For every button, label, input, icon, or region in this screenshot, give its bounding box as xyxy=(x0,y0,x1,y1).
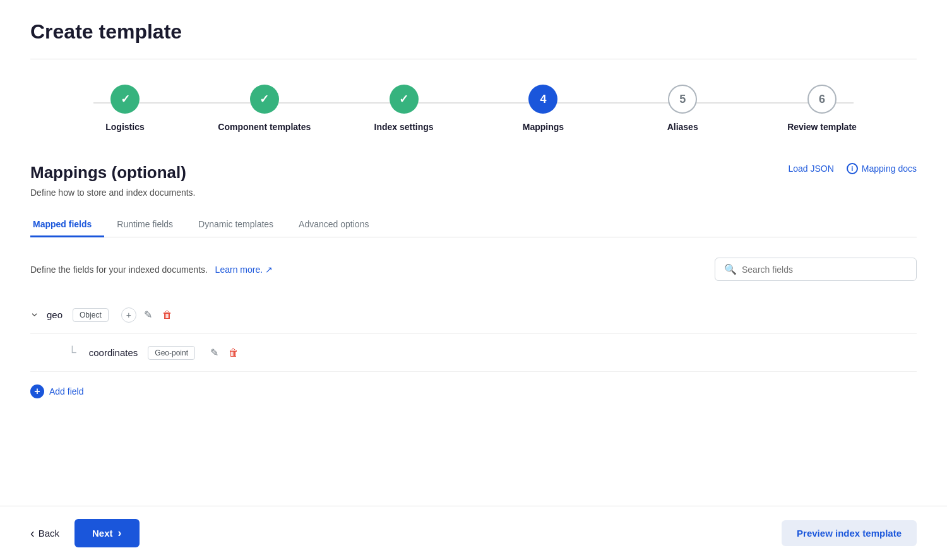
search-box: 🔍 xyxy=(715,258,917,281)
step-mappings: 4 Mappings xyxy=(486,85,600,133)
number-aliases: 5 xyxy=(679,93,686,106)
learn-more-label: Learn more. xyxy=(215,265,263,275)
delete-geo-button[interactable]: 🗑 xyxy=(160,307,175,323)
bottom-right: Preview index template xyxy=(782,520,917,546)
tab-mapped-fields[interactable]: Mapped fields xyxy=(30,213,104,237)
mapping-docs-icon: i xyxy=(847,163,858,174)
add-field-button[interactable]: + Add field xyxy=(30,372,83,411)
bottom-bar: ‹ Back Next › Preview index template xyxy=(0,506,947,560)
next-label: Next xyxy=(92,528,113,539)
divider xyxy=(30,59,917,59)
tab-dynamic-templates[interactable]: Dynamic templates xyxy=(196,213,286,237)
add-field-plus-icon: + xyxy=(34,386,40,397)
coordinates-field-name: coordinates xyxy=(89,347,138,358)
step-circle-index: ✓ xyxy=(390,85,419,114)
next-button[interactable]: Next › xyxy=(74,519,140,547)
expand-geo-button[interactable]: › xyxy=(30,307,39,323)
search-input[interactable] xyxy=(742,265,907,275)
back-button[interactable]: ‹ Back xyxy=(30,520,59,547)
plus-icon: + xyxy=(126,310,131,320)
tab-advanced-options[interactable]: Advanced options xyxy=(296,213,381,237)
field-row-coordinates: └ coordinates Geo-point ✎ 🗑 xyxy=(30,334,917,372)
number-mappings: 4 xyxy=(540,93,546,106)
edit-geo-button[interactable]: ✎ xyxy=(141,306,155,323)
edit-coordinates-button[interactable]: ✎ xyxy=(208,344,221,361)
step-aliases: 5 Aliases xyxy=(626,85,739,133)
step-circle-mappings: 4 xyxy=(528,85,557,114)
fields-area-header: Define the fields for your indexed docum… xyxy=(30,258,917,281)
page-container: Create template ✓ Logistics ✓ Component … xyxy=(0,0,947,560)
mappings-title-group: Mappings (optional) xyxy=(30,163,186,182)
step-circle-component: ✓ xyxy=(250,85,279,114)
step-circle-logistics: ✓ xyxy=(110,85,140,114)
number-review: 6 xyxy=(819,93,825,106)
mappings-subtitle: Define how to store and index documents. xyxy=(30,188,917,198)
check-icon-logistics: ✓ xyxy=(121,92,130,106)
step-label-index: Index settings xyxy=(374,121,434,133)
fields-description-text: Define the fields for your indexed docum… xyxy=(30,265,208,275)
geo-field-name: geo xyxy=(47,309,63,320)
step-label-component: Component templates xyxy=(218,121,311,133)
add-field-label: Add field xyxy=(49,386,83,396)
step-circle-aliases: 5 xyxy=(668,85,697,114)
tab-runtime-fields[interactable]: Runtime fields xyxy=(114,213,186,237)
pencil-icon: ✎ xyxy=(144,309,152,321)
geo-field-type: Object xyxy=(73,308,109,322)
back-label: Back xyxy=(39,528,59,539)
step-review: 6 Review template xyxy=(765,85,879,133)
page-title: Create template xyxy=(30,20,917,44)
add-subfield-geo-button[interactable]: + xyxy=(121,307,136,323)
step-label-review: Review template xyxy=(787,121,857,133)
stepper: ✓ Logistics ✓ Component templates ✓ Inde… xyxy=(30,85,917,133)
add-field-circle: + xyxy=(30,384,44,398)
field-row-geo: › geo Object + ✎ 🗑 xyxy=(30,296,917,334)
search-icon: 🔍 xyxy=(724,263,737,275)
learn-more-link[interactable]: Learn more. ↗ xyxy=(213,265,273,275)
step-label-aliases: Aliases xyxy=(667,121,698,133)
delete-coordinates-button[interactable]: 🗑 xyxy=(226,345,241,361)
fields-description: Define the fields for your indexed docum… xyxy=(30,265,273,275)
tabs-container: Mapped fields Runtime fields Dynamic tem… xyxy=(30,213,917,237)
step-label-logistics: Logistics xyxy=(105,121,144,133)
coordinates-field-type: Geo-point xyxy=(148,346,195,360)
step-label-mappings: Mappings xyxy=(523,121,564,133)
nested-arrow-icon: └ xyxy=(68,346,76,359)
load-json-link[interactable]: Load JSON xyxy=(788,164,833,174)
step-component-templates: ✓ Component templates xyxy=(208,85,321,133)
coordinates-field-actions: ✎ 🗑 xyxy=(208,344,241,361)
header-actions: Load JSON i Mapping docs xyxy=(788,163,917,174)
arrow-left-icon: ‹ xyxy=(30,526,35,540)
step-index-settings: ✓ Index settings xyxy=(347,85,461,133)
external-link-icon: ↗ xyxy=(265,265,273,275)
trash-icon-coordinates: 🗑 xyxy=(229,347,239,359)
mapping-docs-link[interactable]: i Mapping docs xyxy=(847,163,917,174)
step-logistics: ✓ Logistics xyxy=(68,85,182,133)
pencil-icon-coordinates: ✎ xyxy=(210,347,218,359)
trash-icon-geo: 🗑 xyxy=(162,309,172,321)
arrow-right-icon: › xyxy=(118,527,122,540)
check-icon-component: ✓ xyxy=(259,92,269,106)
step-circle-review: 6 xyxy=(807,85,837,114)
check-icon-index: ✓ xyxy=(399,92,408,106)
bottom-left-group: ‹ Back Next › xyxy=(30,519,140,547)
mappings-header: Mappings (optional) Load JSON i Mapping … xyxy=(30,163,917,182)
preview-index-template-button[interactable]: Preview index template xyxy=(782,520,917,546)
mappings-title: Mappings (optional) xyxy=(30,163,186,182)
mapping-docs-label: Mapping docs xyxy=(862,164,917,174)
chevron-down-icon: › xyxy=(28,313,42,317)
geo-field-actions: + ✎ 🗑 xyxy=(121,306,175,323)
